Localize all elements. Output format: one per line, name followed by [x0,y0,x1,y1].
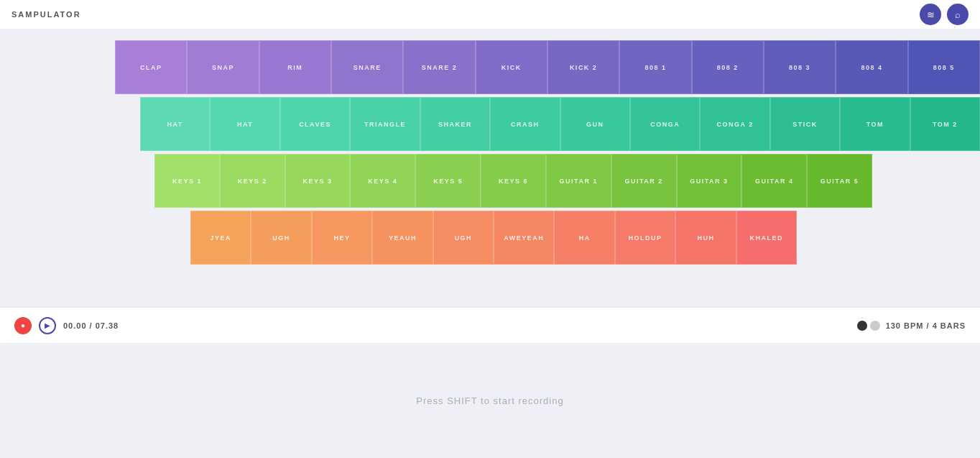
record-button[interactable]: ● [14,317,32,334]
pad-row-orange: JYEAUGHHEYYEAUHUGHAWEYEAHHAHOLDUPHUHKHAL… [190,211,797,265]
pad-cell-purple-11[interactable]: 808 5 [908,40,980,94]
pad-cell-green-2[interactable]: KEYS 3 [285,154,351,208]
pad-cell-purple-3[interactable]: SNARE [331,40,403,94]
bpm-dot-1 [857,321,867,331]
bpm-indicator [857,321,880,331]
pad-cell-label-orange-1: UGH [272,234,290,242]
pad-cell-label-purple-10: 808 4 [861,64,882,71]
pad-cell-label-teal-2: CLAVES [299,121,331,128]
pad-cell-label-green-6: GUITAR 1 [560,178,598,185]
pad-cell-label-purple-9: 808 3 [789,64,810,71]
app-logo: SAMPULATOR [11,10,81,19]
pad-cell-label-teal-7: CONGA [650,121,680,128]
pad-cell-label-teal-11: TOM 2 [933,121,958,128]
pad-area: CLAPSNAPRIMSNARESNARE 2KICKKICK 2808 180… [0,29,980,279]
pad-cell-orange-7[interactable]: HOLDUP [615,211,675,265]
pad-cell-label-teal-6: GUN [586,121,604,128]
header-icons: ≋ ⌕ [920,4,969,25]
pad-cell-green-5[interactable]: KEYS 6 [481,154,546,208]
pad-row-green: KEYS 1KEYS 2KEYS 3KEYS 4KEYS 5KEYS 6GUIT… [154,154,872,208]
shift-area: Press SHIFT to start recording [0,343,980,458]
pad-cell-orange-3[interactable]: YEAUH [372,211,433,265]
pad-cell-green-9[interactable]: GUITAR 4 [741,154,807,208]
pad-cell-label-orange-7: HOLDUP [629,234,662,242]
bpm-display: 130 BPM / 4 BARS [857,321,966,331]
pad-cell-label-purple-7: 808 1 [644,64,666,71]
pad-cell-teal-2[interactable]: CLAVES [280,97,350,151]
pad-cell-teal-3[interactable]: TRIANGLE [350,97,420,151]
pad-cell-purple-2[interactable]: RIM [259,40,331,94]
pad-cell-label-purple-0: CLAP [140,64,162,71]
pad-cell-label-purple-6: KICK 2 [570,64,598,71]
pad-cell-label-orange-5: AWEYEAH [504,234,544,242]
pad-cell-orange-5[interactable]: AWEYEAH [494,211,554,265]
search-button[interactable]: ⌕ [947,4,969,25]
pad-cell-label-orange-2: HEY [334,234,351,242]
pad-cell-label-teal-9: STICK [792,121,818,128]
pad-cell-teal-0[interactable]: HAT [140,97,210,151]
pad-cell-green-10[interactable]: GUITAR 5 [807,154,872,208]
pad-cell-teal-1[interactable]: HAT [210,97,279,151]
pad-cell-label-green-8: GUITAR 3 [690,178,728,185]
pad-cell-label-green-0: KEYS 1 [172,178,202,185]
pad-cell-green-4[interactable]: KEYS 5 [415,154,481,208]
pad-cell-teal-11[interactable]: TOM 2 [910,97,980,151]
pad-cell-orange-1[interactable]: UGH [251,211,311,265]
pad-cell-label-orange-4: UGH [455,234,473,242]
pad-cell-label-orange-0: JYEA [210,234,231,242]
pad-cell-label-purple-2: RIM [287,64,302,71]
pad-cell-green-1[interactable]: KEYS 2 [220,154,285,208]
bpm-text: 130 BPM / 4 BARS [886,321,966,330]
pad-cell-orange-8[interactable]: HUH [675,211,736,265]
time-display: 00.00 / 07.38 [63,321,119,330]
pad-cell-green-8[interactable]: GUITAR 3 [677,154,742,208]
play-button[interactable]: ▶ [39,317,56,334]
pad-cell-purple-6[interactable]: KICK 2 [547,40,619,94]
pad-cell-label-purple-11: 808 5 [933,64,955,71]
pad-cell-label-purple-4: SNARE 2 [422,64,458,71]
pad-cell-orange-6[interactable]: HA [554,211,614,265]
pad-cell-purple-8[interactable]: 808 2 [692,40,764,94]
pad-cell-label-orange-3: YEAUH [389,234,417,242]
pad-cell-label-teal-8: CONGA 2 [717,121,754,128]
pad-cell-purple-5[interactable]: KICK [476,40,547,94]
pad-cell-label-teal-3: TRIANGLE [364,121,406,128]
transport-controls: ● ▶ 00.00 / 07.38 [14,317,119,334]
pad-cell-teal-6[interactable]: GUN [560,97,630,151]
pad-cell-label-orange-8: HUH [697,234,714,242]
pad-cell-label-teal-5: CRASH [511,121,540,128]
pad-cell-label-orange-6: HA [579,234,591,242]
pad-cell-label-green-2: KEYS 3 [303,178,333,185]
pad-cell-purple-9[interactable]: 808 3 [764,40,836,94]
pad-cell-orange-4[interactable]: UGH [433,211,494,265]
pad-cell-label-purple-8: 808 2 [717,64,739,71]
pad-cell-purple-10[interactable]: 808 4 [836,40,907,94]
pad-row-teal: HATHATCLAVESTRIANGLESHAKERCRASHGUNCONGAC… [140,97,980,151]
pad-cell-orange-2[interactable]: HEY [312,211,372,265]
pad-cell-purple-1[interactable]: SNAP [187,40,259,94]
pad-cell-teal-10[interactable]: TOM [840,97,910,151]
pad-cell-green-3[interactable]: KEYS 4 [350,154,415,208]
pad-cell-label-teal-10: TOM [866,121,884,128]
pad-cell-purple-4[interactable]: SNARE 2 [403,40,475,94]
pad-cell-label-purple-5: KICK [501,64,522,71]
waveform-button[interactable]: ≋ [920,4,941,25]
pad-cell-teal-5[interactable]: CRASH [490,97,560,151]
pad-cell-teal-8[interactable]: CONGA 2 [700,97,769,151]
pad-cell-orange-9[interactable]: KHALED [736,211,797,265]
pad-cell-purple-7[interactable]: 808 1 [619,40,691,94]
pad-cell-green-0[interactable]: KEYS 1 [154,154,220,208]
pad-cell-teal-7[interactable]: CONGA [630,97,700,151]
pad-cell-teal-9[interactable]: STICK [770,97,840,151]
pad-cell-orange-0[interactable]: JYEA [190,211,251,265]
pad-cell-label-purple-3: SNARE [353,64,382,71]
bpm-dot-2 [870,321,880,331]
pad-cell-green-6[interactable]: GUITAR 1 [546,154,611,208]
pad-cell-teal-4[interactable]: SHAKER [420,97,490,151]
shift-hint: Press SHIFT to start recording [416,395,563,406]
header: SAMPULATOR ≋ ⌕ [0,0,980,29]
pad-cell-label-orange-9: KHALED [750,234,784,242]
pad-cell-green-7[interactable]: GUITAR 2 [611,154,677,208]
pad-cell-purple-0[interactable]: CLAP [115,40,187,94]
transport-bar: ● ▶ 00.00 / 07.38 130 BPM / 4 BARS [0,307,980,343]
